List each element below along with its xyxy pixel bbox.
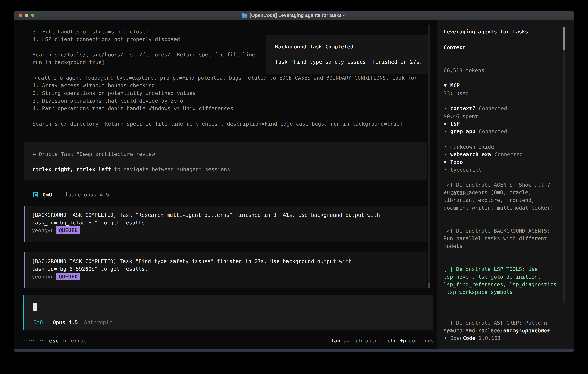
session-title: Leveraging agents for tasks (444, 28, 528, 35)
statusbar-right: tab switch agent ctrl+p commands (331, 337, 434, 344)
terminal-scrollbar-thumb[interactable] (428, 283, 430, 288)
tool-call-body: 1. Array access without bounds checking … (32, 82, 423, 128)
todo-item: [✓] Demonstrate BACKGROUND AGENTS: Run p… (444, 227, 567, 250)
todo-item: [✓] Demonstrate AGENTS: Show all 7 curat… (444, 181, 567, 212)
oracle-task-box: ◉ Oracle Task "Deep architecture review"… (24, 142, 427, 180)
agent-model: claude-opus-4-5 (62, 191, 109, 198)
agent-checkbox-icon (33, 192, 38, 197)
context-tokens: 66,518 tokens (444, 67, 484, 74)
window-bottom-edge (14, 349, 574, 352)
shortcut-hint: to navigate between subagent sessions (111, 166, 230, 172)
check-icon: ✓ (447, 182, 450, 188)
desktop: [OpenCode] Leveraging agents for tasks ◐… (0, 0, 588, 374)
record-icon: ◉ (32, 151, 36, 157)
bullet-icon: • (444, 104, 450, 112)
task-message: [BACKGROUND TASK COMPLETED] Task "Find t… (32, 258, 411, 273)
task-event-block: [BACKGROUND TASK COMPLETED] Task "Resear… (24, 206, 427, 242)
status-badge: QUEUED (56, 273, 80, 280)
tab-key: tab (331, 337, 340, 344)
lsp-item: •markdown-oxide (444, 143, 494, 151)
ctrlp-key: ctrl+p (387, 337, 406, 344)
spinner-dots-icon: ········· (24, 337, 44, 344)
window-controls (19, 11, 34, 20)
status-badge: QUEUED (56, 227, 80, 234)
mcp-section-header[interactable]: ▼ MCP (444, 82, 460, 89)
agent-header: OmO · claude-opus-4-5 (33, 191, 109, 198)
chevron-down-icon[interactable]: ▼ (444, 158, 450, 166)
esc-key: esc (49, 337, 59, 344)
workspace-info: ~/local-workspaces/oh-my-opencode: maste… (444, 312, 567, 353)
lsp-section-header[interactable]: ▼ LSP (444, 120, 460, 128)
app-version: •OpenCode1.0.163 (444, 334, 501, 342)
terminal-scrollbar[interactable] (428, 25, 430, 288)
notification-body: Task "Find type safety issues" finished … (275, 58, 422, 66)
titlebar[interactable]: [OpenCode] Leveraging agents for tasks ◐ (14, 11, 574, 20)
task-message: [BACKGROUND TASK COMPLETED] Task "Resear… (32, 211, 411, 227)
oracle-task-hint: ctrl+x right, ctrl+x left to navigate be… (32, 166, 230, 173)
mcp-item: •context7Connected (444, 104, 523, 112)
todo-item-active: [ ] Demonstrate LSP TOOLS: Use lsp_hover… (444, 265, 567, 296)
oracle-task-title: ◉ Oracle Task "Deep architecture review" (32, 150, 158, 158)
sidebar-scrollbar[interactable] (563, 27, 565, 303)
check-icon: ✓ (447, 228, 450, 234)
tab-label: switch agent (343, 337, 381, 344)
task-user: yeongyu (32, 273, 54, 280)
bullet-icon: • (444, 334, 450, 342)
shortcut-keys: ctrl+x right, ctrl+x left (32, 166, 111, 172)
minimize-button[interactable] (25, 14, 28, 17)
workspace-path: ~/local-workspaces/oh-my-opencode: (444, 327, 567, 334)
tool-call-headline: ⚙call_omo_agent [subagent_type=explore, … (32, 74, 436, 82)
task-meta: yeongyu QUEUED (32, 273, 427, 280)
background-task-notification: Background Task Completed Task "Find typ… (266, 35, 429, 74)
task-meta: yeongyu QUEUED (32, 227, 427, 234)
window-title: [OpenCode] Leveraging agents for tasks ◐ (242, 13, 346, 18)
ctrlp-label: commands (409, 337, 434, 344)
esc-label: interrupt (62, 337, 90, 344)
agent-separator: · (55, 191, 59, 198)
task-user: yeongyu (32, 227, 54, 234)
input-agent: OmO (33, 319, 43, 325)
statusbar-left: ········· esc interrupt (24, 337, 90, 344)
gear-icon: ⚙ (32, 75, 36, 81)
input-model: Opus 4.5 (53, 319, 78, 325)
check-icon (447, 266, 450, 272)
bullet-icon: • (444, 143, 450, 151)
context-header: Context (444, 43, 466, 51)
chevron-down-icon[interactable]: ▼ (444, 120, 450, 128)
prompt-input[interactable]: OmO Opus 4.5 Anthropic (23, 295, 433, 330)
todo-section-header[interactable]: ▼ Todo (444, 158, 463, 166)
sidebar-scrollbar-thumb[interactable] (563, 27, 565, 50)
zoom-button[interactable] (31, 14, 34, 17)
folder-icon (242, 14, 247, 18)
input-meta: OmO Opus 4.5 Anthropic (33, 319, 112, 326)
agent-name: OmO (42, 191, 52, 198)
close-button[interactable] (19, 14, 22, 17)
tool-call-name: call_omo_agent [subagent_type=explore, p… (38, 75, 417, 81)
task-event-block: [BACKGROUND TASK COMPLETED] Task "Find t… (24, 252, 427, 288)
notification-title: Background Task Completed (275, 43, 354, 51)
chevron-down-icon[interactable]: ▼ (444, 82, 450, 89)
text-cursor (33, 303, 37, 311)
input-provider: Anthropic (84, 319, 112, 325)
opencode-window: [OpenCode] Leveraging agents for tasks ◐… (14, 10, 574, 353)
window-title-text: [OpenCode] Leveraging agents for tasks ◐ (250, 13, 346, 18)
